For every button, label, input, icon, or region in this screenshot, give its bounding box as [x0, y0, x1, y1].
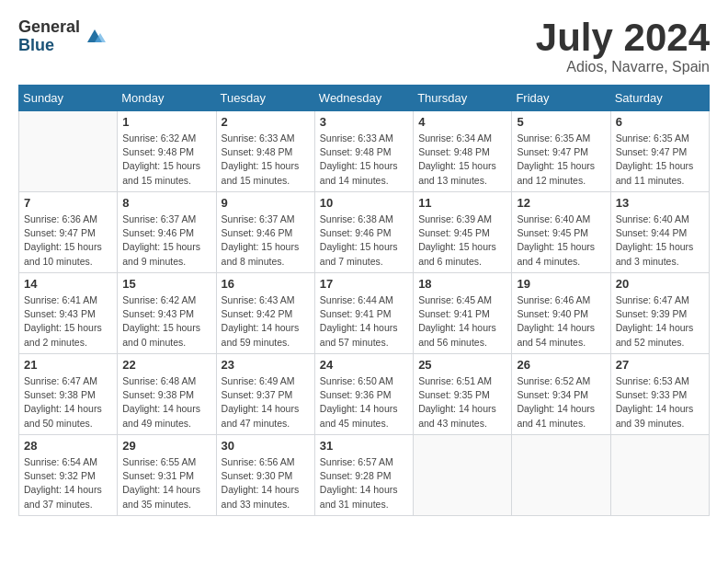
day-info: Sunrise: 6:39 AMSunset: 9:45 PMDaylight:…	[418, 213, 506, 269]
day-number: 15	[122, 277, 210, 291]
table-cell: 15Sunrise: 6:42 AMSunset: 9:43 PMDayligh…	[118, 273, 216, 354]
table-cell	[610, 435, 709, 516]
table-cell: 24Sunrise: 6:50 AMSunset: 9:36 PMDayligh…	[314, 354, 413, 435]
day-info: Sunrise: 6:48 AMSunset: 9:38 PMDaylight:…	[122, 374, 210, 431]
logo-icon	[84, 26, 106, 48]
day-info: Sunrise: 6:44 AMSunset: 9:41 PMDaylight:…	[320, 293, 408, 350]
day-info: Sunrise: 6:33 AMSunset: 9:48 PMDaylight:…	[222, 132, 310, 188]
day-info: Sunrise: 6:54 AMSunset: 9:32 PMDaylight:…	[24, 455, 112, 511]
table-cell	[414, 435, 512, 516]
table-cell: 26Sunrise: 6:52 AMSunset: 9:34 PMDayligh…	[512, 354, 610, 435]
day-info: Sunrise: 6:40 AMSunset: 9:44 PMDaylight:…	[616, 213, 704, 269]
table-cell: 11Sunrise: 6:39 AMSunset: 9:45 PMDayligh…	[414, 192, 512, 273]
day-number: 21	[24, 358, 112, 372]
day-number: 11	[418, 196, 506, 210]
day-number: 10	[320, 196, 408, 210]
day-number: 24	[320, 358, 408, 372]
month-title: July 2024	[536, 18, 710, 57]
day-number: 22	[122, 358, 210, 372]
day-info: Sunrise: 6:38 AMSunset: 9:46 PMDaylight:…	[320, 213, 408, 269]
table-cell	[512, 435, 610, 516]
day-number: 3	[320, 115, 408, 129]
col-tuesday: Tuesday	[216, 86, 314, 111]
table-cell: 19Sunrise: 6:46 AMSunset: 9:40 PMDayligh…	[512, 273, 610, 354]
day-info: Sunrise: 6:50 AMSunset: 9:36 PMDaylight:…	[320, 374, 408, 431]
table-cell: 22Sunrise: 6:48 AMSunset: 9:38 PMDayligh…	[118, 354, 216, 435]
table-cell: 9Sunrise: 6:37 AMSunset: 9:46 PMDaylight…	[216, 192, 314, 273]
day-info: Sunrise: 6:35 AMSunset: 9:47 PMDaylight:…	[517, 132, 605, 188]
table-cell: 16Sunrise: 6:43 AMSunset: 9:42 PMDayligh…	[216, 273, 314, 354]
day-number: 13	[616, 196, 704, 210]
col-saturday: Saturday	[610, 86, 709, 111]
day-info: Sunrise: 6:53 AMSunset: 9:33 PMDaylight:…	[616, 374, 704, 431]
day-info: Sunrise: 6:47 AMSunset: 9:39 PMDaylight:…	[616, 293, 704, 350]
day-number: 4	[418, 115, 506, 129]
day-number: 23	[222, 358, 310, 372]
day-info: Sunrise: 6:56 AMSunset: 9:30 PMDaylight:…	[222, 455, 310, 511]
day-number: 8	[122, 196, 210, 210]
logo-blue-text: Blue	[18, 37, 80, 55]
table-cell: 6Sunrise: 6:35 AMSunset: 9:47 PMDaylight…	[610, 111, 709, 192]
day-number: 19	[517, 277, 605, 291]
col-sunday: Sunday	[19, 86, 118, 111]
day-number: 12	[517, 196, 605, 210]
day-info: Sunrise: 6:40 AMSunset: 9:45 PMDaylight:…	[517, 213, 605, 269]
week-row-2: 7Sunrise: 6:36 AMSunset: 9:47 PMDaylight…	[19, 192, 710, 273]
table-cell: 3Sunrise: 6:33 AMSunset: 9:48 PMDaylight…	[314, 111, 413, 192]
day-info: Sunrise: 6:52 AMSunset: 9:34 PMDaylight:…	[517, 374, 605, 431]
table-cell: 10Sunrise: 6:38 AMSunset: 9:46 PMDayligh…	[314, 192, 413, 273]
day-info: Sunrise: 6:36 AMSunset: 9:47 PMDaylight:…	[24, 213, 112, 269]
week-row-5: 28Sunrise: 6:54 AMSunset: 9:32 PMDayligh…	[19, 435, 710, 516]
day-number: 25	[418, 358, 506, 372]
day-number: 30	[222, 439, 310, 453]
day-info: Sunrise: 6:43 AMSunset: 9:42 PMDaylight:…	[222, 293, 310, 350]
table-cell: 21Sunrise: 6:47 AMSunset: 9:38 PMDayligh…	[19, 354, 118, 435]
day-number: 27	[616, 358, 704, 372]
table-cell: 23Sunrise: 6:49 AMSunset: 9:37 PMDayligh…	[216, 354, 314, 435]
day-info: Sunrise: 6:33 AMSunset: 9:48 PMDaylight:…	[320, 132, 408, 188]
day-number: 31	[320, 439, 408, 453]
day-number: 28	[24, 439, 112, 453]
day-number: 9	[222, 196, 310, 210]
day-info: Sunrise: 6:32 AMSunset: 9:48 PMDaylight:…	[122, 132, 210, 188]
col-monday: Monday	[118, 86, 216, 111]
day-number: 16	[222, 277, 310, 291]
week-row-4: 21Sunrise: 6:47 AMSunset: 9:38 PMDayligh…	[19, 354, 710, 435]
day-info: Sunrise: 6:46 AMSunset: 9:40 PMDaylight:…	[517, 293, 605, 350]
table-cell: 17Sunrise: 6:44 AMSunset: 9:41 PMDayligh…	[314, 273, 413, 354]
day-number: 1	[122, 115, 210, 129]
table-cell: 7Sunrise: 6:36 AMSunset: 9:47 PMDaylight…	[19, 192, 118, 273]
header-row: Sunday Monday Tuesday Wednesday Thursday…	[19, 86, 710, 111]
day-number: 14	[24, 277, 112, 291]
table-cell: 13Sunrise: 6:40 AMSunset: 9:44 PMDayligh…	[610, 192, 709, 273]
day-number: 2	[222, 115, 310, 129]
day-number: 5	[517, 115, 605, 129]
day-info: Sunrise: 6:57 AMSunset: 9:28 PMDaylight:…	[320, 455, 408, 511]
day-number: 18	[418, 277, 506, 291]
day-info: Sunrise: 6:37 AMSunset: 9:46 PMDaylight:…	[122, 213, 210, 269]
day-number: 17	[320, 277, 408, 291]
day-info: Sunrise: 6:51 AMSunset: 9:35 PMDaylight:…	[418, 374, 506, 431]
table-cell: 27Sunrise: 6:53 AMSunset: 9:33 PMDayligh…	[610, 354, 709, 435]
col-thursday: Thursday	[414, 86, 512, 111]
table-cell: 18Sunrise: 6:45 AMSunset: 9:41 PMDayligh…	[414, 273, 512, 354]
table-cell: 14Sunrise: 6:41 AMSunset: 9:43 PMDayligh…	[19, 273, 118, 354]
day-number: 29	[122, 439, 210, 453]
title-block: July 2024 Adios, Navarre, Spain	[536, 18, 710, 75]
table-cell: 31Sunrise: 6:57 AMSunset: 9:28 PMDayligh…	[314, 435, 413, 516]
col-friday: Friday	[512, 86, 610, 111]
table-cell: 25Sunrise: 6:51 AMSunset: 9:35 PMDayligh…	[414, 354, 512, 435]
day-info: Sunrise: 6:49 AMSunset: 9:37 PMDaylight:…	[222, 374, 310, 431]
location: Adios, Navarre, Spain	[536, 59, 710, 75]
day-number: 26	[517, 358, 605, 372]
table-cell: 12Sunrise: 6:40 AMSunset: 9:45 PMDayligh…	[512, 192, 610, 273]
calendar-table: Sunday Monday Tuesday Wednesday Thursday…	[18, 85, 710, 516]
table-cell: 5Sunrise: 6:35 AMSunset: 9:47 PMDaylight…	[512, 111, 610, 192]
day-number: 6	[616, 115, 704, 129]
table-cell: 8Sunrise: 6:37 AMSunset: 9:46 PMDaylight…	[118, 192, 216, 273]
day-info: Sunrise: 6:42 AMSunset: 9:43 PMDaylight:…	[122, 293, 210, 350]
table-cell	[19, 111, 118, 192]
table-cell: 29Sunrise: 6:55 AMSunset: 9:31 PMDayligh…	[118, 435, 216, 516]
col-wednesday: Wednesday	[314, 86, 413, 111]
day-info: Sunrise: 6:41 AMSunset: 9:43 PMDaylight:…	[24, 293, 112, 350]
